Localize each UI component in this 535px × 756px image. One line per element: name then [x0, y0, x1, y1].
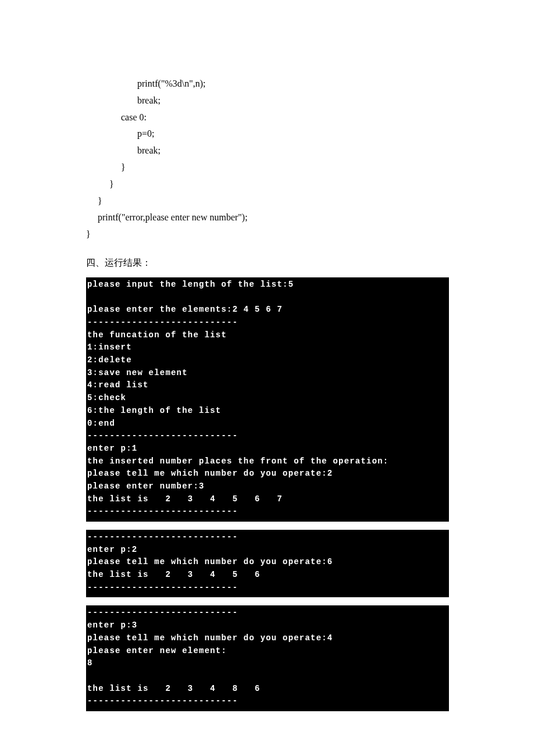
terminal-output-3: --------------------------- enter p:3 pl…	[86, 605, 449, 711]
source-code-block: printf("%3d\n",n); break; case 0: p=0; b…	[86, 76, 449, 243]
section-title: 四、运行结果：	[86, 257, 449, 269]
terminal-output-2: --------------------------- enter p:2 pl…	[86, 530, 449, 597]
terminal-output-1: please input the length of the list:5 pl…	[86, 277, 449, 522]
